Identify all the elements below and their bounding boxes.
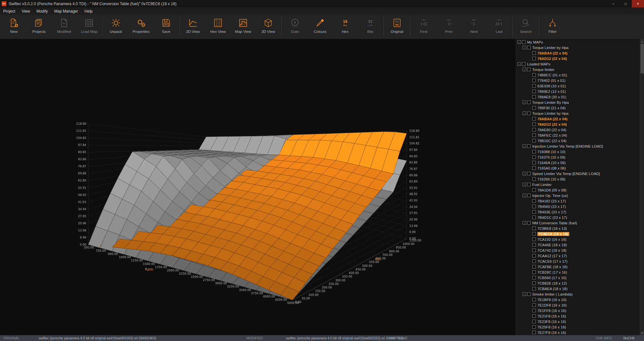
tree-item-7c9be8[interactable]: 7C9BE8 (18 x 13): [516, 226, 640, 231]
tree-checkbox[interactable]: [532, 254, 536, 258]
3d-surface-view[interactable]: [0, 39, 515, 335]
tree-item-loaded[interactable]: -Loaded MAPs: [516, 61, 640, 67]
tree-checkbox[interactable]: [532, 238, 536, 241]
close-button[interactable]: ×: [632, 0, 644, 7]
tree-checkbox[interactable]: [532, 57, 536, 60]
tree-checkbox[interactable]: [532, 150, 536, 153]
tree-checkbox[interactable]: [532, 122, 536, 126]
tree-item-7b4182[interactable]: 7B4182 (23 x 17): [516, 198, 640, 204]
tree-checkbox[interactable]: [532, 155, 536, 159]
tree-checkbox[interactable]: [527, 68, 531, 71]
tree-item-smoke[interactable]: -Smoke limiter ( Lambda): [516, 291, 640, 297]
tree-collapse-icon[interactable]: -: [517, 62, 521, 66]
tree-checkbox[interactable]: [532, 314, 536, 318]
tree-checkbox[interactable]: [532, 79, 536, 82]
tree-item-74b8cc[interactable]: 74B8CC (01 x 01): [516, 72, 640, 78]
tree-checkbox[interactable]: [527, 172, 531, 175]
tree-checkbox[interactable]: [532, 133, 536, 137]
menu-help[interactable]: Help: [81, 8, 96, 15]
tree-item-7c9ec6[interactable]: 7C9EC6 (18 x 18): [516, 231, 640, 237]
tree-checkbox[interactable]: [527, 221, 531, 225]
tree-item-78afec[interactable]: 78AFEC (22 x 04): [516, 132, 640, 138]
toolbar-hex-button[interactable]: 16HexHex: [333, 15, 358, 38]
tree-item-7cace6[interactable]: 7CACE6 (17 x 17): [516, 258, 640, 264]
tree-checkbox[interactable]: [532, 270, 536, 274]
tree-checkbox[interactable]: [522, 40, 526, 44]
tree-item-7ca46e[interactable]: 7CA46E (18 x 18): [516, 242, 640, 248]
toolbar-3d-view-button[interactable]: 3D View: [256, 15, 281, 38]
tree-item-63e938[interactable]: 63E938 (10 x 01): [516, 83, 640, 89]
toolbar-original-button[interactable]: MODORIOriginal: [384, 15, 410, 38]
tree-collapse-icon[interactable]: -: [523, 46, 526, 49]
tree-item-7e1bf8[interactable]: 7E1BF8 (16 x 16): [516, 297, 640, 302]
tree-item-7165a0[interactable]: 7165A0 (08 x 06): [516, 165, 640, 171]
tree-checkbox[interactable]: [532, 95, 536, 99]
toolbar-hex-view-button[interactable]: E8 F652 0080 00Hex View: [205, 15, 231, 38]
tree-checkbox[interactable]: [532, 216, 536, 219]
tree-item-7e23f8[interactable]: 7E23F8 (16 x 16): [516, 319, 640, 324]
tree-collapse-icon[interactable]: -: [523, 68, 526, 71]
tree-checkbox[interactable]: [532, 232, 536, 236]
tree-item-injector[interactable]: -Injector Op. Time (us): [516, 193, 640, 198]
scroll-up-icon[interactable]: ▲: [640, 39, 644, 44]
toolbar-properties-button[interactable]: Properties: [128, 15, 154, 38]
tree-checkbox[interactable]: [532, 298, 536, 301]
minimize-button[interactable]: −: [607, 0, 620, 7]
tree-item-78ad12[interactable]: 78AD12 (22 x 04): [516, 56, 640, 61]
tree-item-7e21f8[interactable]: 7E21F8 (16 x 16): [516, 313, 640, 319]
tree-checkbox[interactable]: [532, 166, 536, 170]
tree-collapse-icon[interactable]: -: [523, 112, 526, 115]
tree-checkbox[interactable]: [532, 265, 536, 268]
tree-checkbox[interactable]: [522, 62, 526, 66]
tree-checkbox[interactable]: [532, 281, 536, 285]
tree-checkbox[interactable]: [532, 259, 536, 263]
tree-item-78b15c[interactable]: 78B15C (22 x 04): [516, 138, 640, 143]
tree-collapse-icon[interactable]: -: [517, 40, 521, 44]
toolbar-2d-view-button[interactable]: 2D View: [180, 15, 205, 38]
tree-checkbox[interactable]: [532, 325, 536, 329]
tree-collapse-icon[interactable]: -: [523, 172, 526, 175]
toolbar-filter-button[interactable]: Filter: [540, 15, 565, 38]
tree-item-7e27f8[interactable]: 7E27F8 (16 x 16): [516, 330, 640, 335]
tree-scrollbar[interactable]: ▲ ▼: [640, 39, 644, 335]
tree-collapse-icon[interactable]: -: [523, 221, 526, 225]
tree-item-torque[interactable]: -Torque Limiter by Hpa: [516, 111, 640, 116]
tree-checkbox[interactable]: [532, 276, 536, 279]
toolbar-save-button[interactable]: Save: [154, 15, 179, 38]
tree-item-7e25f8[interactable]: 7E25F8 (16 x 16): [516, 324, 640, 330]
tree-item-789ae8[interactable]: 789AE8 (20 x 01): [516, 94, 640, 100]
tree-checkbox[interactable]: [532, 227, 536, 230]
tree-checkbox[interactable]: [532, 73, 536, 77]
tree-checkbox[interactable]: [532, 243, 536, 247]
tree-item-nm[interactable]: -NM Conversion Table (fuel): [516, 220, 640, 226]
tree-collapse-icon[interactable]: -: [523, 144, 526, 148]
tree-item-my[interactable]: -My MAPs: [516, 39, 640, 45]
menu-view[interactable]: View: [18, 8, 33, 15]
tree-checkbox[interactable]: [532, 248, 536, 252]
tree-checkbox[interactable]: [527, 292, 531, 296]
tree-item-716376[interactable]: 716376 (10 x 09): [516, 154, 640, 160]
tree-checkbox[interactable]: [532, 139, 536, 142]
tree-item-torque[interactable]: -Torque Limiter by Hpa: [516, 45, 640, 50]
tree-item-78ad12[interactable]: 78AD12 (22 x 04): [516, 122, 640, 127]
toolbar-unpack-button[interactable]: Unpack: [103, 15, 128, 38]
menu-project[interactable]: Project: [0, 8, 18, 15]
tree-item-7cbaea[interactable]: 7CBAEA (18 x 18): [516, 286, 640, 291]
tree-item-78aba4[interactable]: 78ABA4 (22 x 04): [516, 116, 640, 122]
toolbar-colours-button[interactable]: Colours: [308, 15, 333, 38]
tree-checkbox[interactable]: [532, 331, 536, 334]
tree-item-7ca192[interactable]: 7CA192 (16 x 16): [516, 237, 640, 242]
tree-checkbox[interactable]: [532, 117, 536, 121]
tree-checkbox[interactable]: [532, 320, 536, 323]
tree-item-716088[interactable]: 716088 (10 x 10): [516, 149, 640, 154]
tree-checkbox[interactable]: [532, 84, 536, 88]
tree-item-7cb28c[interactable]: 7CB28C (17 x 16): [516, 269, 640, 275]
tree-item-7b493e[interactable]: 7B493E (23 x 17): [516, 209, 640, 215]
tree-item-7b4d1c[interactable]: 7B4D1C (23 x 17): [516, 215, 640, 220]
tree-collapse-icon[interactable]: -: [523, 194, 526, 197]
tree-item-7e1df8[interactable]: 7E1DF8 (16 x 16): [516, 302, 640, 308]
tree-item-7e1ff8[interactable]: 7E1FF8 (16 x 16): [516, 308, 640, 313]
tree-checkbox[interactable]: [532, 309, 536, 312]
tree-item-71646a[interactable]: 71646A (10 x 09): [516, 160, 640, 165]
scroll-down-icon[interactable]: ▼: [640, 331, 644, 335]
